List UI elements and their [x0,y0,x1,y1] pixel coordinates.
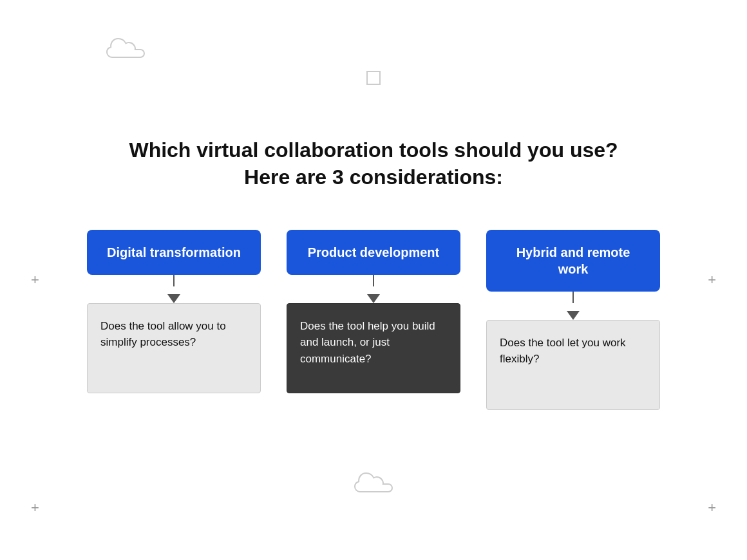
blue-box-hybrid: Hybrid and remote work [486,230,660,292]
column-hybrid-remote: Hybrid and remote work Does the tool let… [486,230,660,410]
blue-box-digital: Digital transformation [87,230,261,275]
plus-icon-right: + [708,273,716,287]
desc-box-hybrid: Does the tool let you work flexibly? [486,320,660,410]
desc-box-digital: Does the tool allow you to simplify proc… [87,303,261,393]
desc-box-product: Does the tool help you build and launch,… [287,303,460,393]
arrow-shaft-1 [173,275,175,286]
arrow-shaft-2 [373,275,374,286]
arrow-head-2 [367,294,380,303]
arrow-product [367,275,380,303]
arrow-hybrid [567,292,580,320]
column-product-development: Product development Does the tool help y… [287,230,460,393]
plus-icon-left: + [31,273,39,287]
arrow-digital [167,275,180,303]
page-container: + + + + Which virtual collaboration tool… [0,0,747,560]
columns-container: Digital transformation Does the tool all… [0,230,747,410]
blue-box-product: Product development [287,230,460,275]
column-digital-transformation: Digital transformation Does the tool all… [87,230,261,393]
arrow-head-1 [167,294,180,303]
plus-icon-bottom-right: + [708,501,716,515]
square-decoration [366,71,381,85]
cloud-icon-top-left [103,35,148,64]
arrow-head-3 [567,311,580,320]
page-heading: Which virtual collaboration tools should… [129,137,618,191]
plus-icon-bottom-left: + [31,501,39,515]
cloud-icon-bottom [351,470,396,499]
arrow-shaft-3 [572,292,574,303]
main-content: Which virtual collaboration tools should… [0,137,747,409]
